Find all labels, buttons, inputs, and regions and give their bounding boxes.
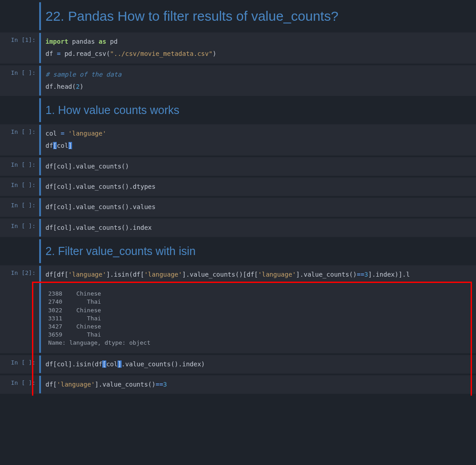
prompt: In [ ]: [0,66,39,96]
cell-gutter [39,376,41,393]
prompt: In [ ]: [0,158,39,175]
cell-gutter [39,356,41,373]
prompt: In [ ]: [0,125,39,155]
code-cell-8[interactable]: In [2]: df[df['language'].isin(df['langu… [0,265,476,353]
notebook: 22. Pandas How to filter results of valu… [0,2,476,394]
code-cell-10[interactable]: In [ ]: df['language'].value_counts()==3 [0,375,476,394]
page-title: 22. Pandas How to filter results of valu… [45,5,472,27]
prompt: In [2]: [0,266,39,353]
code-input[interactable]: df[df['language'].isin(df['language'].va… [45,269,472,281]
prompt: In [1]: [0,33,39,63]
code-input[interactable]: df[col].value_counts().values [45,201,472,213]
code-scroll[interactable]: df[df['language'].isin(df['language'].va… [45,269,472,283]
cell-gutter [39,178,41,196]
prompt-empty [0,98,39,122]
code-input[interactable]: df[col].value_counts() [45,160,472,173]
cell-gutter [39,266,41,353]
section-heading: 1. How value counts works [45,101,472,119]
code-input[interactable]: df[col].value_counts().dtypes [45,181,472,193]
code-cell-3[interactable]: In [ ]: col = 'language' df[col] [0,124,476,155]
code-cell-1[interactable]: In [1]: import pandas as pd df = pd.read… [0,32,476,64]
prompt: In [ ]: [0,356,39,373]
prompt: In [ ]: [0,376,39,393]
prompt: In [ ]: [0,198,39,216]
code-cell-6[interactable]: In [ ]: df[col].value_counts().values [0,198,476,216]
code-cell-9[interactable]: In [ ]: df[col].isin(df[col].value_count… [0,355,476,374]
cell-gutter [39,2,41,30]
cell-gutter [39,33,41,63]
code-input[interactable]: col = 'language' df[col] [45,128,472,152]
code-cell-5[interactable]: In [ ]: df[col].value_counts().dtypes [0,178,476,196]
code-cell-4[interactable]: In [ ]: df[col].value_counts() [0,157,476,176]
code-input[interactable]: df['language'].value_counts()==3 [45,378,472,391]
code-input[interactable]: df[col].isin(df[col].value_counts().inde… [45,358,472,370]
code-input[interactable]: df[col].value_counts().index [45,222,472,234]
cell-gutter [39,239,41,263]
code-input[interactable]: import pandas as pd df = pd.read_csv("..… [45,36,472,60]
prompt: In [ ]: [0,178,39,196]
cell-gutter [39,66,41,96]
prompt-empty [0,2,39,30]
code-cell-2[interactable]: In [ ]: # sample of the data df.head(2) [0,65,476,96]
markdown-cell-section1[interactable]: 1. How value counts works [0,98,476,123]
section-heading: 2. Filter value_counts with isin [45,242,472,260]
prompt-empty [0,239,39,263]
cell-gutter [39,98,41,122]
cell-output: 2388 Chinese 2740 Thai 3022 Chinese 3311… [45,287,472,350]
markdown-cell-section2[interactable]: 2. Filter value_counts with isin [0,239,476,264]
prompt: In [ ]: [0,219,39,237]
cell-gutter [39,198,41,216]
code-input[interactable]: # sample of the data df.head(2) [45,68,472,93]
cell-gutter [39,125,41,155]
code-cell-7[interactable]: In [ ]: df[col].value_counts().index [0,219,476,237]
cell-gutter [39,158,41,175]
markdown-cell-title[interactable]: 22. Pandas How to filter results of valu… [0,2,476,31]
cell-gutter [39,219,41,237]
